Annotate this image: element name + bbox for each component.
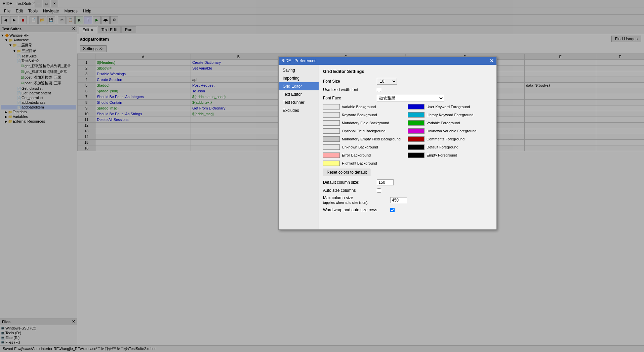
pref-nav-excludes[interactable]: Excludes [279, 106, 319, 115]
user-kw-fg-swatch[interactable] [408, 104, 425, 109]
max-col-size-row: Max column size(applies when auto size i… [323, 195, 492, 205]
font-size-row: Font Size 8910 111214 [323, 78, 492, 85]
pref-body: Saving Importing Grid Editor Text Editor… [279, 65, 496, 229]
unknown-var-fg-swatch[interactable] [408, 128, 425, 134]
unknown-bg-swatch[interactable] [323, 144, 340, 150]
var-fg-label: Variable Foreground [427, 121, 492, 125]
max-col-size-label: Max column size(applies when auto size i… [323, 195, 390, 205]
pref-titlebar: RIDE - Preferences ✕ [279, 57, 496, 65]
kw-bg-swatch[interactable] [323, 112, 340, 118]
optional-bg-label: Optional Field Background [342, 129, 408, 133]
variable-bg-swatch[interactable] [323, 104, 340, 109]
font-face-select[interactable]: 微软雅黑 Arial Courier New [377, 95, 444, 101]
empty-fg-label: Empty Foreground [427, 153, 492, 157]
error-bg-swatch[interactable] [323, 152, 340, 158]
comments-fg-label: Comments Foreground [427, 137, 492, 141]
empty-swatch-placeholder [408, 161, 425, 166]
highlight-bg-swatch[interactable] [323, 161, 340, 166]
preferences-dialog: RIDE - Preferences ✕ Saving Importing Gr… [278, 56, 497, 230]
word-wrap-row: Word wrap and auto size rows [323, 208, 492, 212]
color-row-7: Error Background Empty Foreground [323, 152, 492, 158]
fixed-width-row: Use fixed width font [323, 87, 492, 92]
pref-title: RIDE - Preferences [281, 58, 316, 63]
font-face-row: Font Face 微软雅黑 Arial Courier New [323, 95, 492, 101]
kw-bg-label: Keyword Background [342, 113, 408, 117]
lib-kw-fg-label: Library Keyword Foreground [427, 113, 492, 117]
user-kw-fg-label: User Keyword Foreground [427, 105, 492, 109]
color-row-5: Mandatory Empty Field Background Comment… [323, 136, 492, 142]
optional-bg-swatch[interactable] [323, 128, 340, 134]
font-face-label: Font Face [323, 96, 377, 100]
font-size-label: Font Size [323, 79, 377, 84]
default-col-size-input[interactable] [377, 179, 394, 185]
mandatory-bg-swatch[interactable] [323, 120, 340, 126]
color-row-4: Optional Field Background Unknown Variab… [323, 128, 492, 134]
color-row-8: Highlight Background [323, 161, 492, 166]
error-bg-label: Error Background [342, 153, 408, 157]
pref-nav-saving[interactable]: Saving [279, 66, 319, 74]
color-row-3: Mandatory Field Background Variable Fore… [323, 120, 492, 126]
color-row-6: Unknown Background Default Foreground [323, 144, 492, 150]
preferences-overlay: RIDE - Preferences ✕ Saving Importing Gr… [0, 0, 644, 352]
font-size-select[interactable]: 8910 111214 [377, 78, 397, 85]
word-wrap-checkbox[interactable] [390, 208, 395, 212]
color-section: Variable Background User Keyword Foregro… [323, 104, 492, 166]
fixed-width-checkbox[interactable] [377, 88, 381, 92]
highlight-bg-label: Highlight Background [342, 161, 408, 165]
pref-nav: Saving Importing Grid Editor Text Editor… [279, 65, 319, 229]
auto-size-label: Auto size columns [323, 188, 377, 193]
mandatory-empty-bg-label: Mandatory Empty Field Background [342, 137, 408, 141]
auto-size-checkbox[interactable] [377, 188, 381, 193]
var-fg-swatch[interactable] [408, 120, 425, 126]
mandatory-empty-bg-swatch[interactable] [323, 136, 340, 142]
unknown-bg-label: Unknown Background [342, 145, 408, 149]
empty-fg-swatch[interactable] [408, 152, 425, 158]
word-wrap-label: Word wrap and auto size rows [323, 208, 390, 212]
unknown-var-fg-label: Unknown Variable Foreground [427, 129, 492, 133]
comments-fg-swatch[interactable] [408, 136, 425, 142]
default-fg-label: Default Foreground [427, 145, 492, 149]
default-col-size-row: Default column size: [323, 179, 492, 185]
pref-content: Grid Editor Settings Font Size 8910 1112… [319, 65, 496, 229]
pref-close-btn[interactable]: ✕ [490, 58, 494, 63]
lib-kw-fg-swatch[interactable] [408, 112, 425, 118]
pref-nav-test-runner[interactable]: Test Runner [279, 98, 319, 106]
pref-nav-text-editor[interactable]: Text Editor [279, 90, 319, 98]
variable-bg-label: Variable Background [342, 105, 408, 109]
pref-nav-grid-editor[interactable]: Grid Editor [279, 82, 319, 90]
mandatory-bg-label: Mandatory Field Background [342, 121, 408, 125]
auto-size-row: Auto size columns [323, 188, 492, 193]
max-col-size-input[interactable] [390, 197, 407, 203]
grid-editor-title: Grid Editor Settings [323, 69, 492, 74]
color-row-2: Keyword Background Library Keyword Foreg… [323, 112, 492, 118]
default-col-size-label: Default column size: [323, 180, 377, 185]
color-row-1: Variable Background User Keyword Foregro… [323, 104, 492, 109]
pref-nav-importing[interactable]: Importing [279, 74, 319, 82]
fixed-width-label: Use fixed width font [323, 87, 377, 92]
default-fg-swatch[interactable] [408, 144, 425, 150]
reset-colors-btn[interactable]: Reset colors to default [323, 169, 370, 176]
